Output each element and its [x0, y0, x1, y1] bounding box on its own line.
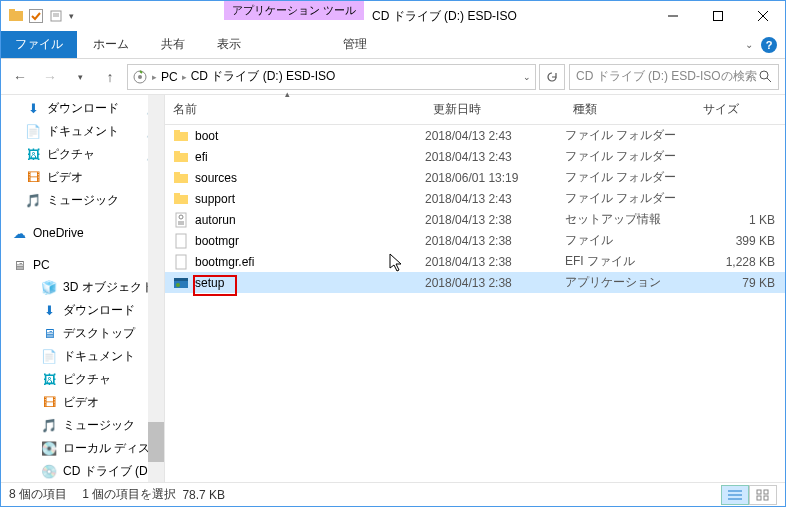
- file-name: support: [195, 192, 235, 206]
- svg-line-12: [767, 78, 771, 82]
- search-box[interactable]: CD ドライブ (D:) ESD-ISOの検索: [569, 64, 779, 90]
- svg-rect-35: [757, 496, 761, 500]
- column-name[interactable]: 名前: [165, 95, 425, 124]
- nav-item-downloads[interactable]: ⬇ダウンロード📌: [1, 97, 164, 120]
- file-icon: [173, 254, 189, 270]
- nav-item-music2[interactable]: 🎵ミュージック: [1, 414, 164, 437]
- refresh-button[interactable]: [539, 64, 565, 90]
- file-name: sources: [195, 171, 237, 185]
- file-name: bootmgr.efi: [195, 255, 254, 269]
- video-icon: 🎞: [25, 170, 41, 186]
- nav-item-pc[interactable]: 🖥PC: [1, 254, 164, 276]
- scrollbar-thumb[interactable]: [148, 422, 164, 462]
- pc-icon: 🖥: [11, 257, 27, 273]
- document-icon: 📄: [25, 124, 41, 140]
- file-date: 2018/04/13 2:38: [425, 276, 565, 290]
- nav-item-desktop[interactable]: 🖥デスクトップ: [1, 322, 164, 345]
- file-type: EFI ファイル: [565, 253, 695, 270]
- nav-item-videos2[interactable]: 🎞ビデオ: [1, 391, 164, 414]
- nav-item-downloads2[interactable]: ⬇ダウンロード: [1, 299, 164, 322]
- status-size: 78.7 KB: [182, 488, 225, 502]
- column-size[interactable]: サイズ: [695, 95, 785, 124]
- file-name: boot: [195, 129, 218, 143]
- ribbon-expand-icon[interactable]: ⌄: [745, 39, 753, 50]
- details-view-button[interactable]: [721, 485, 749, 505]
- up-button[interactable]: ↑: [97, 64, 123, 90]
- file-row[interactable]: bootmgr2018/04/13 2:38ファイル399 KB: [165, 230, 785, 251]
- breadcrumb-separator-icon[interactable]: ▸: [182, 72, 187, 82]
- help-icon[interactable]: ?: [761, 37, 777, 53]
- nav-item-cddrive[interactable]: 💿CD ドライブ (D:) ESD-ISO: [1, 460, 164, 482]
- nav-item-pictures2[interactable]: 🖼ピクチャ: [1, 368, 164, 391]
- address-dropdown-icon[interactable]: ⌄: [523, 72, 531, 82]
- download-icon: ⬇: [41, 303, 57, 319]
- qat-dropdown-icon[interactable]: ▾: [69, 11, 74, 21]
- share-tab[interactable]: 共有: [145, 31, 201, 58]
- home-tab[interactable]: ホーム: [77, 31, 145, 58]
- nav-item-3dobjects[interactable]: 🧊3D オブジェクト: [1, 276, 164, 299]
- file-row[interactable]: sources2018/06/01 13:19ファイル フォルダー: [165, 167, 785, 188]
- nav-scrollbar[interactable]: [148, 95, 164, 482]
- inf-icon: [173, 212, 189, 228]
- address-bar[interactable]: ▸ PC ▸ CD ドライブ (D:) ESD-ISO ⌄: [127, 64, 536, 90]
- status-bar: 8 個の項目 1 個の項目を選択 78.7 KB: [1, 482, 785, 506]
- pictures-icon: 🖼: [25, 147, 41, 163]
- nav-item-music[interactable]: 🎵ミュージック: [1, 189, 164, 212]
- file-row[interactable]: setup2018/04/13 2:38アプリケーション79 KB: [165, 272, 785, 293]
- back-button[interactable]: ←: [7, 64, 33, 90]
- forward-button[interactable]: →: [37, 64, 63, 90]
- icons-view-button[interactable]: [749, 485, 777, 505]
- svg-point-10: [138, 75, 142, 79]
- svg-rect-14: [174, 130, 180, 133]
- svg-rect-36: [764, 496, 768, 500]
- search-icon: [759, 70, 772, 83]
- file-row[interactable]: support2018/04/13 2:43ファイル フォルダー: [165, 188, 785, 209]
- view-tab[interactable]: 表示: [201, 31, 257, 58]
- sort-indicator-icon: ▴: [285, 89, 290, 99]
- title-bar: ▾ アプリケーション ツール CD ドライブ (D:) ESD-ISO: [1, 1, 785, 31]
- breadcrumb-separator-icon[interactable]: ▸: [152, 72, 157, 82]
- file-row[interactable]: efi2018/04/13 2:43ファイル フォルダー: [165, 146, 785, 167]
- search-placeholder: CD ドライブ (D:) ESD-ISOの検索: [576, 68, 757, 85]
- file-date: 2018/04/13 2:43: [425, 150, 565, 164]
- nav-item-localdisk[interactable]: 💽ローカル ディスク (C:): [1, 437, 164, 460]
- svg-rect-26: [176, 255, 186, 269]
- close-button[interactable]: [740, 1, 785, 31]
- breadcrumb-location[interactable]: CD ドライブ (D:) ESD-ISO: [191, 68, 336, 85]
- column-date[interactable]: 更新日時: [425, 95, 565, 124]
- file-date: 2018/04/13 2:38: [425, 234, 565, 248]
- video-icon: 🎞: [41, 395, 57, 411]
- nav-item-pictures[interactable]: 🖼ピクチャ📌: [1, 143, 164, 166]
- svg-rect-13: [174, 132, 188, 141]
- file-row[interactable]: autorun2018/04/13 2:38セットアップ情報1 KB: [165, 209, 785, 230]
- file-size: 79 KB: [695, 276, 785, 290]
- manage-tab[interactable]: 管理: [327, 31, 383, 58]
- file-row[interactable]: bootmgr.efi2018/04/13 2:38EFI ファイル1,228 …: [165, 251, 785, 272]
- file-type: ファイル フォルダー: [565, 190, 695, 207]
- ribbon-tabs: ファイル ホーム 共有 表示 管理 ⌄ ?: [1, 31, 785, 59]
- file-type: ファイル フォルダー: [565, 127, 695, 144]
- checkbox-icon[interactable]: [29, 9, 43, 23]
- svg-rect-15: [174, 153, 188, 162]
- file-tab[interactable]: ファイル: [1, 31, 77, 58]
- recent-locations-dropdown[interactable]: ▾: [67, 64, 93, 90]
- file-icon: [173, 233, 189, 249]
- folder-icon: [173, 191, 189, 207]
- breadcrumb-pc[interactable]: PC: [161, 70, 178, 84]
- file-date: 2018/04/13 2:38: [425, 255, 565, 269]
- file-type: ファイル フォルダー: [565, 169, 695, 186]
- nav-item-videos[interactable]: 🎞ビデオ: [1, 166, 164, 189]
- file-size: 1 KB: [695, 213, 785, 227]
- nav-item-onedrive[interactable]: ☁OneDrive: [1, 222, 164, 244]
- nav-item-documents2[interactable]: 📄ドキュメント: [1, 345, 164, 368]
- quick-access-toolbar: ▾: [1, 1, 74, 31]
- maximize-button[interactable]: [695, 1, 740, 31]
- minimize-button[interactable]: [650, 1, 695, 31]
- svg-rect-18: [174, 172, 180, 175]
- nav-item-documents[interactable]: 📄ドキュメント📌: [1, 120, 164, 143]
- column-type[interactable]: 種類: [565, 95, 695, 124]
- svg-rect-16: [174, 151, 180, 154]
- contextual-tool-tab: アプリケーション ツール: [224, 1, 364, 20]
- properties-icon[interactable]: [47, 7, 65, 25]
- file-row[interactable]: boot2018/04/13 2:43ファイル フォルダー: [165, 125, 785, 146]
